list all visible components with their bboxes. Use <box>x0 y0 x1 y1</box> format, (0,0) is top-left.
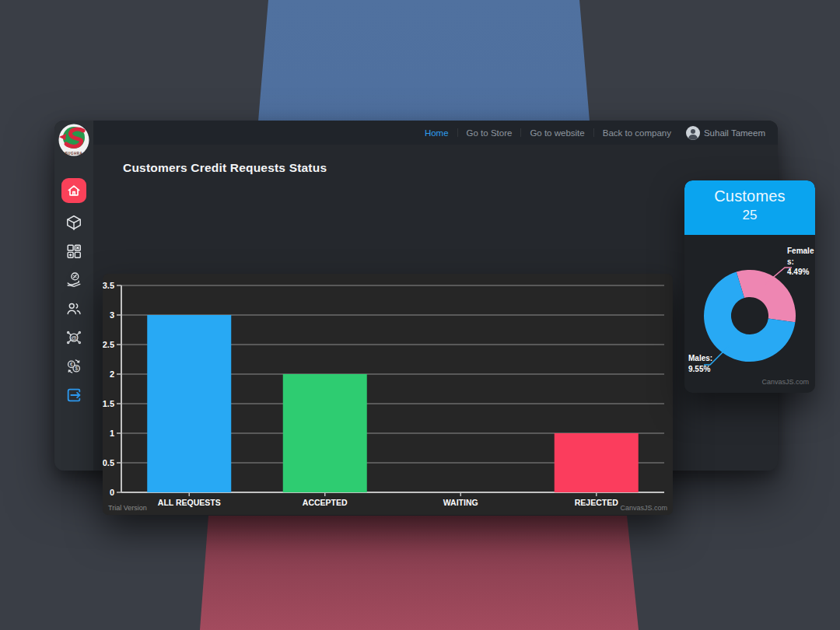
customers-card-header: Customes 25 <box>684 180 815 235</box>
bar-accepted <box>283 374 367 492</box>
svg-text:@: @ <box>71 334 77 341</box>
company-logo-icon: SUGHRA <box>58 124 90 159</box>
male-slice-label: Males: 9.55% <box>688 353 712 374</box>
home-icon <box>66 183 82 198</box>
hand-percent-icon <box>65 271 82 289</box>
female-slice-label: Female s: 4.49% <box>787 246 814 278</box>
x-category-label: ALL REQUESTS <box>158 498 221 507</box>
female-label-line: s: <box>787 257 814 268</box>
x-category-label: REJECTED <box>575 498 618 507</box>
svg-text:SUGHRA: SUGHRA <box>65 152 83 156</box>
package-icon <box>65 214 82 231</box>
y-tick-label: 1 <box>110 429 114 438</box>
bar-all-requests <box>147 315 231 492</box>
y-tick-label: 0 <box>110 488 114 497</box>
sidebar-item-home[interactable] <box>61 178 86 203</box>
male-label-line: Males: <box>688 353 712 364</box>
svg-text:$: $ <box>75 366 78 371</box>
customers-card: Customes 25 Female s: 4.49% Males: 9.55%… <box>684 180 815 393</box>
bar-chart: 00.511.522.533.5ALL REQUESTSACCEPTEDWAIT… <box>103 274 673 515</box>
modules-grid-icon <box>65 243 82 260</box>
trial-version-label: Trial Version <box>108 504 147 512</box>
red-trapezoid-shape <box>200 516 639 630</box>
nav-user[interactable]: Suhail Tameem <box>686 126 765 140</box>
svg-text:€: € <box>70 362 73 367</box>
y-tick-label: 2 <box>110 369 114 379</box>
logout-icon <box>65 387 82 404</box>
sidebar-item-products[interactable] <box>65 213 83 232</box>
sidebar-item-mentions[interactable]: @ <box>65 328 83 347</box>
sidebar-item-offers[interactable] <box>65 271 83 289</box>
nav-item-go-to-website[interactable]: Go to website <box>521 128 593 138</box>
avatar <box>686 126 700 140</box>
y-tick-label: 3 <box>110 310 114 320</box>
nav-item-go-to-store[interactable]: Go to Store <box>458 128 521 138</box>
y-tick-label: 1.5 <box>103 399 114 408</box>
nav-item-back-to-company[interactable]: Back to company <box>594 128 680 138</box>
bar-rejected <box>555 433 639 492</box>
customers-card-count: 25 <box>684 208 815 223</box>
canvasjs-watermark[interactable]: CanvasJS.com <box>620 504 667 512</box>
network-at-icon: @ <box>65 329 82 346</box>
sidebar: SUGHRA <box>54 121 93 471</box>
currency-exchange-icon: € $ <box>65 358 82 375</box>
sidebar-item-logout[interactable] <box>65 386 83 404</box>
credit-requests-bar-chart-panel: 00.511.522.533.5ALL REQUESTSACCEPTEDWAIT… <box>103 274 673 515</box>
nav-user-name: Suhail Tameem <box>704 128 765 138</box>
y-tick-label: 0.5 <box>103 458 114 467</box>
canvasjs-watermark[interactable]: CanvasJS.com <box>761 378 809 386</box>
sidebar-item-currency[interactable]: € $ <box>65 357 83 376</box>
x-category-label: ACCEPTED <box>303 498 348 507</box>
top-navbar: Home Go to Store Go to website Back to c… <box>93 121 778 145</box>
sidebar-item-modules[interactable] <box>65 242 83 261</box>
female-label-line: 4.49% <box>787 267 814 278</box>
y-tick-label: 2.5 <box>103 340 114 349</box>
company-logo: SUGHRA <box>58 124 90 163</box>
male-label-line: 9.55% <box>688 364 712 375</box>
female-label-line: Female <box>787 246 814 257</box>
page-title: Customers Credit Requests Status <box>123 161 327 175</box>
nav-item-home[interactable]: Home <box>416 128 457 138</box>
customers-card-title: Customes <box>684 187 815 205</box>
x-category-label: WAITING <box>443 498 478 507</box>
y-tick-label: 3.5 <box>103 281 114 290</box>
sidebar-item-customers[interactable] <box>65 299 83 318</box>
desktop-background: SUGHRA <box>0 0 840 630</box>
users-icon <box>65 300 82 317</box>
